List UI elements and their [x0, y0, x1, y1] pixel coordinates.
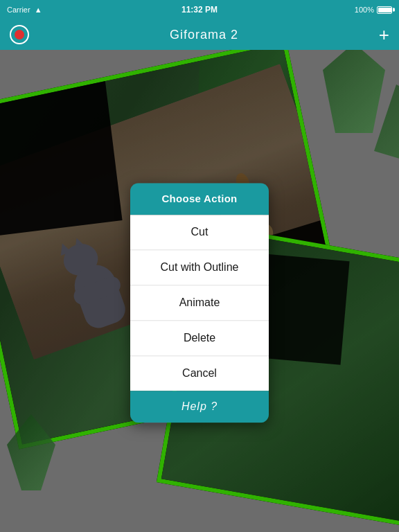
app-title: Giforama 2 — [170, 28, 238, 42]
record-icon — [15, 30, 24, 39]
status-bar: Carrier ▲ 11:32 PM 100% — [0, 0, 399, 19]
action-cut-with-outline[interactable]: Cut with Outline — [130, 250, 269, 285]
action-sheet-body: Cut Cut with Outline Animate Delete Canc… — [130, 215, 269, 391]
carrier-label: Carrier — [7, 6, 30, 14]
status-time: 11:32 PM — [181, 5, 218, 15]
action-cut[interactable]: Cut — [130, 215, 269, 250]
action-sheet-help[interactable]: Help ? — [130, 391, 269, 423]
nav-bar: Giforama 2 + — [0, 19, 399, 50]
action-animate[interactable]: Animate — [130, 285, 269, 321]
action-cancel[interactable]: Cancel — [130, 356, 269, 391]
battery-icon — [377, 6, 392, 14]
status-right: 100% — [355, 6, 392, 14]
battery-percent: 100% — [355, 6, 374, 14]
add-button[interactable]: + — [379, 26, 389, 44]
action-sheet-help-label: Help ? — [181, 400, 218, 412]
main-content: Choose Action Cut Cut with Outline Anima… — [0, 50, 399, 532]
action-delete[interactable]: Delete — [130, 321, 269, 356]
action-sheet-header: Choose Action — [130, 183, 269, 215]
wifi-icon: ▲ — [35, 6, 42, 14]
status-left: Carrier ▲ — [7, 6, 42, 14]
record-button[interactable] — [10, 25, 29, 44]
action-sheet: Choose Action Cut Cut with Outline Anima… — [130, 183, 269, 423]
action-sheet-title: Choose Action — [161, 193, 237, 204]
